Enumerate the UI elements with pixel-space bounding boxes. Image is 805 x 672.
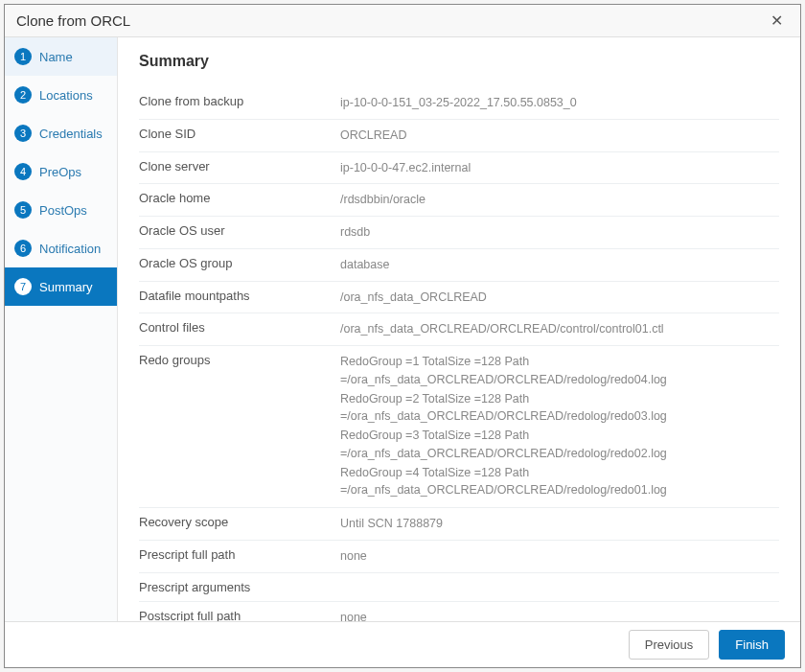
summary-row: Oracle OS userrdsdb (139, 217, 779, 249)
summary-row: Oracle OS groupdatabase (139, 249, 779, 282)
row-value: /ora_nfs_data_ORCLREAD/ORCLREAD/control/… (340, 320, 779, 338)
row-label: Redo groups (139, 353, 340, 367)
dialog-title: Clone from ORCL (16, 12, 130, 29)
step-number-icon: 2 (14, 86, 32, 104)
step-label: PreOps (39, 165, 81, 179)
step-number-icon: 6 (14, 240, 32, 257)
summary-row: Clone SIDORCLREAD (139, 120, 779, 152)
row-label: Prescript arguments (139, 580, 340, 594)
row-value: /rdsdbbin/oracle (340, 191, 779, 209)
step-label: PostOps (39, 203, 87, 218)
row-label: Oracle home (139, 191, 340, 205)
summary-row: Postscript full pathnone (139, 602, 779, 622)
step-label: Locations (39, 88, 93, 103)
row-label: Clone server (139, 159, 340, 174)
step-label: Credentials (39, 127, 103, 141)
step-number-icon: 7 (14, 278, 32, 295)
summary-row: Prescript full pathnone (139, 541, 779, 573)
summary-row: Oracle home/rdsdbbin/oracle (139, 184, 779, 217)
row-value: ip-10-0-0-151_03-25-2022_17.50.55.0853_0 (340, 94, 779, 112)
step-name[interactable]: 1Name (5, 37, 117, 76)
row-value: ip-10-0-0-47.ec2.internal (340, 159, 779, 177)
step-number-icon: 3 (14, 125, 32, 142)
row-label: Recovery scope (139, 515, 340, 529)
summary-row: Recovery scopeUntil SCN 1788879 (139, 508, 779, 541)
page-title: Summary (139, 53, 779, 70)
step-label: Notification (39, 242, 101, 256)
step-preops[interactable]: 4PreOps (5, 152, 117, 191)
row-value: /ora_nfs_data_ORCLREAD (340, 289, 779, 307)
row-value: none (340, 609, 779, 622)
row-label: Clone from backup (139, 94, 340, 108)
row-value: RedoGroup =1 TotalSize =128 Path =/ora_n… (340, 353, 779, 500)
row-value: ORCLREAD (340, 127, 779, 145)
clone-dialog: Clone from ORCL ✕ 1Name2Locations3Creden… (4, 4, 801, 668)
row-value: rdsdb (340, 223, 779, 242)
summary-row: Datafile mountpaths/ora_nfs_data_ORCLREA… (139, 282, 779, 314)
wizard-sidebar: 1Name2Locations3Credentials4PreOps5PostO… (5, 37, 118, 621)
row-value: Until SCN 1788879 (340, 515, 779, 533)
step-number-icon: 1 (14, 48, 32, 65)
row-label: Oracle OS group (139, 256, 340, 270)
row-label: Control files (139, 320, 340, 335)
step-postops[interactable]: 5PostOps (5, 191, 117, 229)
step-number-icon: 5 (14, 201, 32, 219)
step-number-icon: 4 (14, 163, 32, 180)
summary-row: Clone serverip-10-0-0-47.ec2.internal (139, 152, 779, 185)
row-label: Clone SID (139, 127, 340, 141)
summary-row: Redo groupsRedoGroup =1 TotalSize =128 P… (139, 346, 779, 508)
step-credentials[interactable]: 3Credentials (5, 114, 117, 152)
finish-button[interactable]: Finish (719, 630, 785, 660)
previous-button[interactable]: Previous (629, 630, 710, 660)
row-label: Prescript full path (139, 547, 340, 562)
row-label: Oracle OS user (139, 223, 340, 238)
step-label: Name (39, 50, 73, 64)
summary-row: Prescript arguments (139, 573, 779, 602)
summary-row: Control files/ora_nfs_data_ORCLREAD/ORCL… (139, 313, 779, 346)
close-icon[interactable]: ✕ (765, 10, 789, 32)
row-label: Datafile mountpaths (139, 289, 340, 303)
step-summary[interactable]: 7Summary (5, 267, 117, 306)
summary-row: Clone from backupip-10-0-0-151_03-25-202… (139, 87, 779, 120)
summary-rows: Clone from backupip-10-0-0-151_03-25-202… (139, 87, 779, 621)
row-value: none (340, 547, 779, 566)
row-label: Postscript full path (139, 609, 340, 622)
step-label: Summary (39, 280, 93, 294)
row-value: database (340, 256, 779, 274)
main-panel: Summary Clone from backupip-10-0-0-151_0… (118, 37, 800, 621)
footer: Previous Finish (5, 621, 800, 667)
step-locations[interactable]: 2Locations (5, 76, 117, 114)
step-notification[interactable]: 6Notification (5, 229, 117, 267)
dialog-body: 1Name2Locations3Credentials4PreOps5PostO… (5, 37, 800, 621)
titlebar: Clone from ORCL ✕ (5, 5, 800, 37)
